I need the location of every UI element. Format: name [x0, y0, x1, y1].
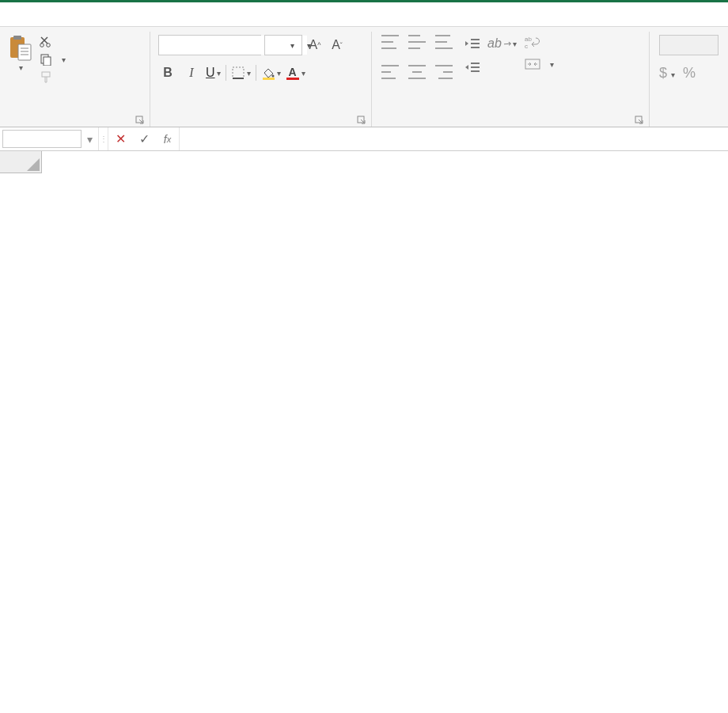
- chevron-down-icon[interactable]: ▾: [62, 55, 66, 64]
- orientation-button[interactable]: ab↗▾: [487, 36, 517, 51]
- align-middle-button[interactable]: [408, 35, 426, 49]
- name-box[interactable]: [2, 130, 82, 148]
- wrap-icon: abc: [525, 35, 540, 49]
- cut-button[interactable]: [35, 33, 70, 51]
- chevron-down-icon[interactable]: ▾: [550, 60, 554, 69]
- wrap-text-button[interactable]: abc: [525, 35, 650, 49]
- font-name-combo[interactable]: ▾: [158, 35, 261, 55]
- svg-rect-12: [233, 67, 244, 78]
- align-bottom-button[interactable]: [435, 35, 453, 49]
- align-left-button[interactable]: [381, 65, 399, 79]
- svg-rect-2: [18, 44, 31, 60]
- svg-rect-10: [42, 72, 50, 77]
- align-grid: [377, 32, 461, 92]
- font-size-combo[interactable]: ▾: [264, 35, 302, 55]
- percent-format-button[interactable]: %: [683, 65, 696, 82]
- svg-text:ab: ab: [525, 36, 532, 43]
- dialog-launcher-icon[interactable]: [357, 116, 366, 125]
- chevron-down-icon[interactable]: ▾: [19, 63, 23, 72]
- fx-button[interactable]: fx: [156, 127, 180, 150]
- align-right-button[interactable]: [435, 65, 453, 79]
- bold-button[interactable]: B: [158, 63, 177, 82]
- border-icon: [231, 66, 245, 80]
- formula-input[interactable]: [180, 127, 728, 150]
- formula-bar: ▾ ⋮ ✕ ✓ fx: [0, 127, 728, 151]
- menu-tabs: [0, 2, 728, 26]
- shrink-font-button[interactable]: Aˇ: [328, 36, 347, 55]
- grow-font-button[interactable]: A^: [305, 36, 324, 55]
- dialog-launcher-icon[interactable]: [135, 116, 145, 125]
- column-header-row: [0, 151, 728, 173]
- cancel-entry-button[interactable]: ✕: [108, 131, 132, 146]
- accounting-format-button[interactable]: $ ▾: [659, 65, 675, 82]
- align-top-button[interactable]: [381, 35, 399, 49]
- border-button[interactable]: ▾: [231, 66, 251, 80]
- underline-button[interactable]: U▾: [206, 66, 221, 80]
- merge-icon: [525, 57, 540, 71]
- select-all-corner[interactable]: [0, 151, 42, 173]
- number-format-combo[interactable]: [659, 35, 719, 55]
- fill-color-button[interactable]: ▾: [261, 66, 281, 80]
- svg-point-7: [47, 44, 51, 47]
- dialog-launcher-icon[interactable]: [635, 116, 644, 125]
- align-center-button[interactable]: [408, 65, 426, 79]
- paintbrush-icon: [40, 70, 52, 83]
- number-format-input[interactable]: [660, 36, 704, 55]
- svg-rect-9: [44, 57, 51, 66]
- scissors-icon: [40, 36, 52, 48]
- merge-center-button[interactable]: ▾: [525, 57, 650, 71]
- paste-icon: [8, 35, 32, 62]
- decrease-indent-button[interactable]: [464, 36, 481, 51]
- italic-button[interactable]: I: [182, 63, 201, 82]
- confirm-entry-button[interactable]: ✓: [132, 131, 156, 146]
- chevron-down-icon[interactable]: ▾: [286, 41, 298, 50]
- ribbon: ▾ ▾: [0, 26, 728, 127]
- increase-indent-button[interactable]: [464, 60, 481, 74]
- svg-rect-25: [525, 59, 540, 69]
- bucket-icon: [261, 66, 275, 80]
- svg-rect-15: [263, 78, 275, 80]
- svg-point-14: [271, 75, 274, 78]
- copy-icon: [40, 53, 52, 66]
- namebox-dropdown[interactable]: ▾: [82, 127, 99, 150]
- font-size-input[interactable]: [265, 36, 286, 55]
- svg-text:c: c: [525, 43, 528, 49]
- svg-point-6: [40, 44, 44, 47]
- copy-button[interactable]: ▾: [35, 51, 70, 68]
- svg-rect-1: [13, 36, 21, 40]
- paste-button[interactable]: ▾: [5, 32, 35, 72]
- format-painter-button[interactable]: [35, 68, 70, 85]
- font-color-button[interactable]: A▾: [286, 66, 305, 80]
